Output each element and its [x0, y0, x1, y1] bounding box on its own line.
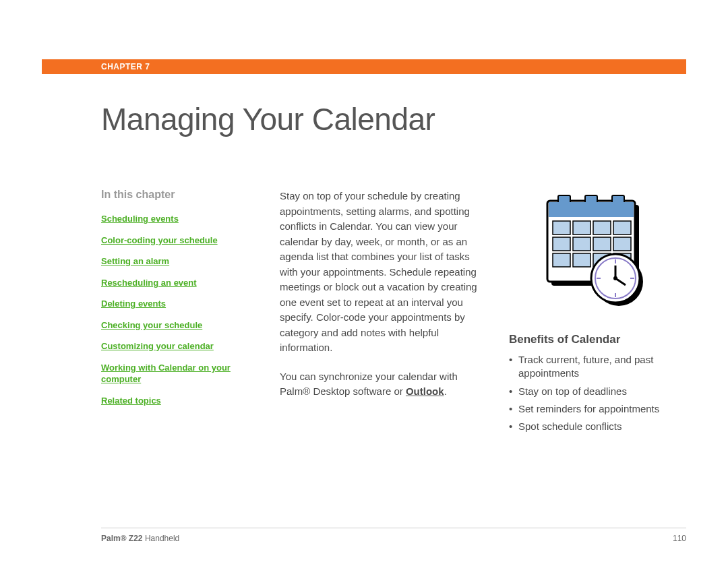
product-name-strong: Palm® Z22 [101, 534, 143, 543]
product-name: Palm® Z22 Handheld [101, 534, 179, 543]
in-this-chapter-sidebar: In this chapter Scheduling events Color-… [101, 189, 253, 437]
svg-rect-13 [613, 237, 631, 251]
page-footer: Palm® Z22 Handheld 110 [101, 528, 686, 543]
svg-rect-7 [573, 221, 590, 235]
svg-rect-10 [553, 237, 570, 251]
calendar-clock-icon [533, 189, 698, 313]
svg-rect-8 [593, 221, 611, 235]
sidebar-heading: In this chapter [101, 189, 253, 201]
svg-rect-14 [553, 253, 570, 267]
toc-link-deleting[interactable]: Deleting events [101, 298, 253, 310]
outlook-link[interactable]: Outlook [406, 385, 444, 397]
svg-rect-9 [613, 221, 631, 235]
benefit-item: Track current, future, and past appointm… [509, 353, 698, 381]
page-title: Managing Your Calendar [101, 101, 435, 137]
benefits-list: Track current, future, and past appointm… [509, 353, 698, 433]
svg-rect-15 [573, 253, 590, 267]
benefits-heading: Benefits of Calendar [509, 333, 698, 346]
toc-link-customizing[interactable]: Customizing your calendar [101, 340, 253, 352]
toc-link-setting-alarm[interactable]: Setting an alarm [101, 255, 253, 268]
toc-link-rescheduling[interactable]: Rescheduling an event [101, 277, 253, 289]
toc-link-checking[interactable]: Checking your schedule [101, 319, 253, 332]
benefit-item: Spot schedule conflicts [509, 420, 698, 433]
toc-link-computer[interactable]: Working with Calendar on your computer [101, 362, 253, 385]
intro-paragraph-2: You can synchronize your calendar with P… [280, 369, 482, 400]
main-text-column: Stay on top of your schedule by creating… [280, 189, 482, 437]
chapter-header-bar: CHAPTER 7 [42, 59, 686, 74]
toc-link-scheduling-events[interactable]: Scheduling events [101, 213, 253, 225]
para2-post: . [444, 385, 447, 397]
svg-rect-12 [593, 237, 611, 251]
toc-link-color-coding[interactable]: Color-coding your schedule [101, 235, 253, 247]
svg-rect-6 [553, 221, 570, 235]
benefit-item: Stay on top of deadlines [509, 385, 698, 398]
page-number: 110 [673, 534, 686, 543]
chapter-label: CHAPTER 7 [101, 62, 150, 71]
intro-paragraph-1: Stay on top of your schedule by creating… [280, 189, 482, 356]
benefits-column: Benefits of Calendar Track current, futu… [509, 189, 698, 437]
benefit-item: Set reminders for appointments [509, 402, 698, 416]
svg-rect-5 [549, 202, 634, 217]
content-area: In this chapter Scheduling events Color-… [101, 189, 686, 437]
svg-point-27 [613, 276, 617, 280]
toc-link-related[interactable]: Related topics [101, 395, 253, 407]
product-name-rest: Handheld [143, 534, 180, 543]
svg-rect-11 [573, 237, 590, 251]
